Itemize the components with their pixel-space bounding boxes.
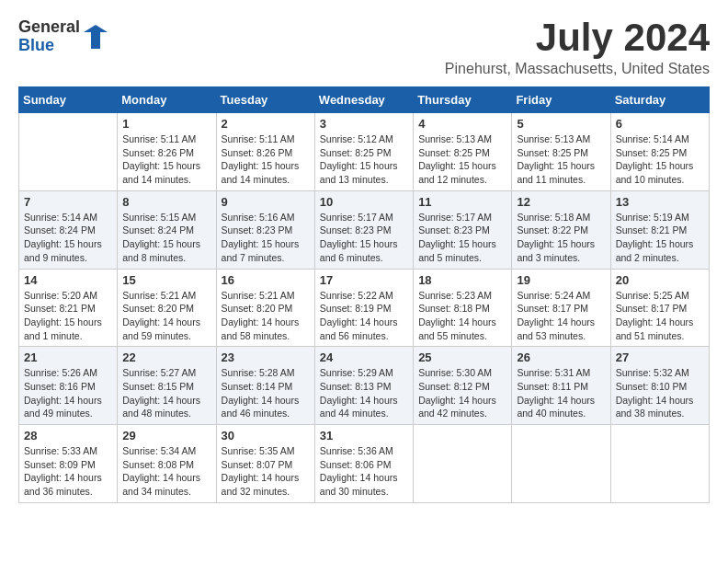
calendar-cell: 20Sunrise: 5:25 AM Sunset: 8:17 PM Dayli… — [610, 269, 709, 347]
calendar-cell: 10Sunrise: 5:17 AM Sunset: 8:23 PM Dayli… — [314, 190, 413, 269]
day-info: Sunrise: 5:17 AM Sunset: 8:23 PM Dayligh… — [418, 211, 506, 265]
calendar-cell: 21Sunrise: 5:26 AM Sunset: 8:16 PM Dayli… — [19, 347, 118, 425]
calendar-week-row: 21Sunrise: 5:26 AM Sunset: 8:16 PM Dayli… — [19, 347, 710, 425]
calendar-week-row: 1Sunrise: 5:11 AM Sunset: 8:26 PM Daylig… — [19, 113, 710, 191]
day-number: 18 — [418, 273, 506, 287]
day-number: 22 — [122, 350, 210, 364]
month-title: July 2024 — [445, 18, 710, 57]
day-info: Sunrise: 5:11 AM Sunset: 8:26 PM Dayligh… — [122, 132, 210, 187]
column-header-saturday: Saturday — [610, 87, 709, 113]
title-area: July 2024 Pinehurst, Massachusetts, Unit… — [445, 18, 710, 77]
day-number: 16 — [222, 273, 310, 287]
calendar-week-row: 7Sunrise: 5:14 AM Sunset: 8:24 PM Daylig… — [19, 190, 710, 269]
day-info: Sunrise: 5:31 AM Sunset: 8:11 PM Dayligh… — [517, 366, 605, 420]
day-info: Sunrise: 5:14 AM Sunset: 8:25 PM Dayligh… — [616, 132, 704, 187]
day-info: Sunrise: 5:30 AM Sunset: 8:12 PM Dayligh… — [418, 366, 506, 420]
day-number: 24 — [320, 350, 408, 364]
calendar-cell: 16Sunrise: 5:21 AM Sunset: 8:20 PM Dayli… — [216, 269, 314, 347]
day-number: 11 — [418, 195, 506, 209]
day-number: 7 — [24, 195, 112, 209]
day-info: Sunrise: 5:12 AM Sunset: 8:25 PM Dayligh… — [320, 132, 408, 187]
day-info: Sunrise: 5:14 AM Sunset: 8:24 PM Dayligh… — [24, 211, 112, 265]
day-number: 6 — [616, 117, 704, 131]
day-info: Sunrise: 5:24 AM Sunset: 8:17 PM Dayligh… — [517, 289, 605, 343]
calendar-cell: 9Sunrise: 5:16 AM Sunset: 8:23 PM Daylig… — [216, 190, 314, 269]
logo: General Blue — [18, 18, 109, 55]
calendar-cell — [610, 425, 709, 503]
day-info: Sunrise: 5:34 AM Sunset: 8:08 PM Dayligh… — [122, 444, 210, 499]
calendar-table: SundayMondayTuesdayWednesdayThursdayFrid… — [18, 86, 710, 503]
column-header-sunday: Sunday — [19, 87, 118, 113]
day-number: 12 — [517, 195, 605, 209]
svg-marker-0 — [84, 25, 108, 49]
day-number: 8 — [122, 195, 210, 209]
day-number: 17 — [320, 273, 408, 287]
calendar-cell: 2Sunrise: 5:11 AM Sunset: 8:26 PM Daylig… — [216, 113, 314, 191]
day-info: Sunrise: 5:19 AM Sunset: 8:21 PM Dayligh… — [616, 211, 704, 265]
day-info: Sunrise: 5:32 AM Sunset: 8:10 PM Dayligh… — [616, 366, 704, 420]
calendar-cell: 30Sunrise: 5:35 AM Sunset: 8:07 PM Dayli… — [216, 425, 314, 503]
day-info: Sunrise: 5:13 AM Sunset: 8:25 PM Dayligh… — [517, 132, 605, 187]
day-number: 28 — [24, 429, 112, 442]
day-number: 31 — [320, 429, 408, 442]
day-number: 2 — [222, 117, 310, 131]
day-info: Sunrise: 5:21 AM Sunset: 8:20 PM Dayligh… — [122, 289, 210, 343]
calendar-cell: 11Sunrise: 5:17 AM Sunset: 8:23 PM Dayli… — [414, 190, 512, 269]
calendar-cell: 12Sunrise: 5:18 AM Sunset: 8:22 PM Dayli… — [512, 190, 610, 269]
calendar-cell: 31Sunrise: 5:36 AM Sunset: 8:06 PM Dayli… — [314, 425, 413, 503]
day-info: Sunrise: 5:35 AM Sunset: 8:07 PM Dayligh… — [222, 444, 310, 499]
day-info: Sunrise: 5:28 AM Sunset: 8:14 PM Dayligh… — [222, 366, 310, 420]
day-number: 25 — [418, 350, 506, 364]
calendar-cell: 5Sunrise: 5:13 AM Sunset: 8:25 PM Daylig… — [512, 113, 610, 191]
day-info: Sunrise: 5:27 AM Sunset: 8:15 PM Dayligh… — [122, 366, 210, 420]
calendar-cell: 23Sunrise: 5:28 AM Sunset: 8:14 PM Dayli… — [216, 347, 314, 425]
day-number: 27 — [616, 350, 704, 364]
logo-flag-icon — [82, 23, 109, 51]
day-info: Sunrise: 5:29 AM Sunset: 8:13 PM Dayligh… — [320, 366, 408, 420]
day-number: 9 — [222, 195, 310, 209]
day-number: 4 — [418, 117, 506, 131]
calendar-cell: 14Sunrise: 5:20 AM Sunset: 8:21 PM Dayli… — [19, 269, 118, 347]
calendar-cell: 19Sunrise: 5:24 AM Sunset: 8:17 PM Dayli… — [512, 269, 610, 347]
calendar-cell: 6Sunrise: 5:14 AM Sunset: 8:25 PM Daylig… — [610, 113, 709, 191]
day-number: 21 — [24, 350, 112, 364]
day-number: 30 — [222, 429, 310, 442]
calendar-cell — [512, 425, 610, 503]
column-header-monday: Monday — [118, 87, 216, 113]
calendar-week-row: 14Sunrise: 5:20 AM Sunset: 8:21 PM Dayli… — [19, 269, 710, 347]
day-info: Sunrise: 5:11 AM Sunset: 8:26 PM Dayligh… — [222, 132, 310, 187]
day-number: 23 — [222, 350, 310, 364]
day-number: 29 — [122, 429, 210, 442]
day-info: Sunrise: 5:21 AM Sunset: 8:20 PM Dayligh… — [222, 289, 310, 343]
calendar-cell: 28Sunrise: 5:33 AM Sunset: 8:09 PM Dayli… — [19, 425, 118, 503]
day-info: Sunrise: 5:26 AM Sunset: 8:16 PM Dayligh… — [24, 366, 112, 420]
column-header-tuesday: Tuesday — [216, 87, 314, 113]
day-number: 26 — [517, 350, 605, 364]
location-text: Pinehurst, Massachusetts, United States — [445, 61, 710, 77]
day-info: Sunrise: 5:22 AM Sunset: 8:19 PM Dayligh… — [320, 289, 408, 343]
calendar-cell: 1Sunrise: 5:11 AM Sunset: 8:26 PM Daylig… — [118, 113, 216, 191]
calendar-cell: 8Sunrise: 5:15 AM Sunset: 8:24 PM Daylig… — [118, 190, 216, 269]
day-number: 5 — [517, 117, 605, 131]
day-number: 3 — [320, 117, 408, 131]
day-info: Sunrise: 5:18 AM Sunset: 8:22 PM Dayligh… — [517, 211, 605, 265]
calendar-cell: 18Sunrise: 5:23 AM Sunset: 8:18 PM Dayli… — [414, 269, 512, 347]
calendar-cell — [19, 113, 118, 191]
calendar-cell: 3Sunrise: 5:12 AM Sunset: 8:25 PM Daylig… — [314, 113, 413, 191]
calendar-cell: 4Sunrise: 5:13 AM Sunset: 8:25 PM Daylig… — [414, 113, 512, 191]
day-info: Sunrise: 5:16 AM Sunset: 8:23 PM Dayligh… — [222, 211, 310, 265]
calendar-cell: 15Sunrise: 5:21 AM Sunset: 8:20 PM Dayli… — [118, 269, 216, 347]
day-info: Sunrise: 5:13 AM Sunset: 8:25 PM Dayligh… — [418, 132, 506, 187]
calendar-cell: 25Sunrise: 5:30 AM Sunset: 8:12 PM Dayli… — [414, 347, 512, 425]
calendar-week-row: 28Sunrise: 5:33 AM Sunset: 8:09 PM Dayli… — [19, 425, 710, 503]
calendar-header-row: SundayMondayTuesdayWednesdayThursdayFrid… — [19, 87, 710, 113]
calendar-cell: 22Sunrise: 5:27 AM Sunset: 8:15 PM Dayli… — [118, 347, 216, 425]
calendar-cell: 29Sunrise: 5:34 AM Sunset: 8:08 PM Dayli… — [118, 425, 216, 503]
column-header-thursday: Thursday — [414, 87, 512, 113]
calendar-cell: 7Sunrise: 5:14 AM Sunset: 8:24 PM Daylig… — [19, 190, 118, 269]
calendar-cell: 27Sunrise: 5:32 AM Sunset: 8:10 PM Dayli… — [610, 347, 709, 425]
page-header: General Blue July 2024 Pinehurst, Massac… — [18, 18, 710, 77]
logo-general-text: General — [18, 18, 80, 37]
calendar-cell: 26Sunrise: 5:31 AM Sunset: 8:11 PM Dayli… — [512, 347, 610, 425]
day-info: Sunrise: 5:33 AM Sunset: 8:09 PM Dayligh… — [24, 444, 112, 499]
